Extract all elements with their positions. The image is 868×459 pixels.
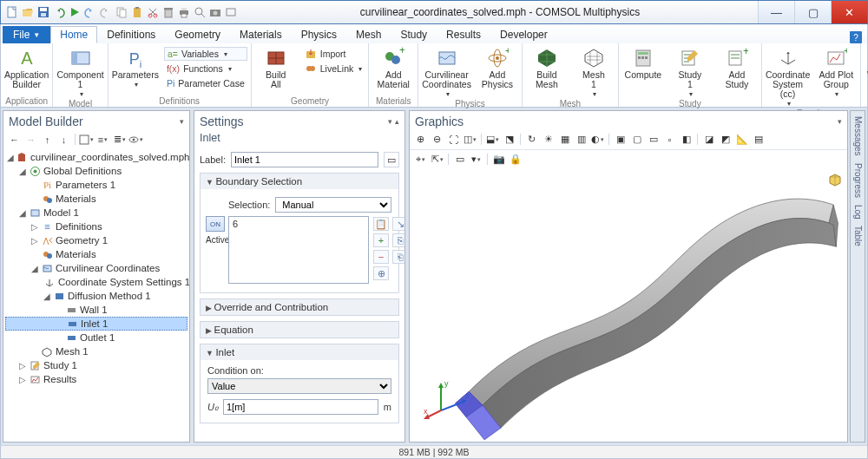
eye-icon[interactable] (128, 132, 143, 147)
close-button[interactable]: ✕ (831, 1, 867, 23)
graphics-canvas[interactable]: y z x (410, 168, 847, 442)
build-mesh-button[interactable]: Build Mesh (526, 45, 568, 89)
view-cube-icon[interactable] (828, 174, 842, 187)
list-icon[interactable]: ≣ (112, 132, 127, 147)
u0-input[interactable] (223, 399, 378, 415)
selection-list[interactable]: 6 📋 + − ⊕ ↘ ⎘ ⎗ (228, 216, 369, 284)
coordinate-system-button[interactable]: Coordinate System (cc) (766, 45, 810, 108)
tab-physics[interactable]: Physics (292, 26, 346, 43)
paste-sel-button[interactable]: 📋 (373, 217, 389, 231)
render-icon[interactable]: ▤ (751, 132, 766, 147)
lock-icon[interactable]: 🔒 (508, 152, 523, 167)
panel-menu-icon[interactable]: ▾ (180, 117, 184, 126)
tree-node-inlet-1[interactable]: Inlet 1 (5, 317, 187, 331)
cut-icon[interactable] (147, 6, 159, 18)
wireframe-icon[interactable]: ▥ (574, 132, 589, 147)
sel-point-icon[interactable]: ▫ (662, 132, 677, 147)
add-sel-button[interactable]: + (373, 233, 389, 247)
override-section[interactable]: Override and Contribution (200, 298, 399, 316)
redo2-icon[interactable] (100, 6, 112, 18)
light-icon[interactable]: ☀ (541, 132, 556, 147)
variables-button[interactable]: a=Variables (164, 47, 247, 61)
tab-study[interactable]: Study (391, 26, 437, 43)
compute-button[interactable]: Compute (622, 45, 664, 80)
study-1-button[interactable]: Study 1 (669, 45, 711, 98)
open-icon[interactable] (22, 6, 34, 18)
go-default-icon[interactable]: ⇱ (430, 152, 444, 167)
save-icon[interactable] (37, 6, 49, 18)
sel-boundary-icon[interactable]: ▢ (629, 132, 644, 147)
camera-icon[interactable] (209, 6, 221, 18)
screenshot-icon[interactable]: 📷 (491, 152, 506, 167)
import-button[interactable]: Import (302, 47, 365, 61)
zoom-box-icon[interactable]: ◫ (463, 132, 477, 147)
file-tab[interactable]: File▼ (3, 26, 50, 43)
add-plot-group-button[interactable]: +Add Plot Group (815, 45, 857, 98)
tab-messages[interactable]: Messages (853, 116, 863, 156)
view-xy-icon[interactable]: ⬓ (485, 132, 500, 147)
model-tree[interactable]: ◢curvilinear_coordinates_solved.mph ◢Glo… (3, 148, 189, 442)
print-icon[interactable] (178, 6, 190, 18)
zoom-sel-button[interactable]: ↘ (392, 217, 404, 231)
windows-button[interactable]: Windows (865, 45, 868, 89)
zoom-out-icon[interactable]: ⊖ (430, 132, 444, 147)
parameter-case-button[interactable]: PiParameter Case (164, 76, 247, 90)
tab-definitions[interactable]: Definitions (97, 26, 165, 43)
build-all-button[interactable]: Build All (255, 45, 297, 89)
run-icon[interactable] (69, 6, 81, 18)
hide-icon[interactable]: ◪ (701, 132, 716, 147)
label-input[interactable] (231, 152, 378, 167)
panel-pin-icon[interactable]: ▾ ▴ (388, 117, 399, 126)
sel-domain-icon[interactable]: ▣ (613, 132, 628, 147)
graphics-menu-icon[interactable]: ▾ (838, 117, 842, 126)
minimize-button[interactable]: — (758, 1, 794, 23)
tab-results[interactable]: Results (437, 26, 490, 43)
zoom-in-icon[interactable]: ⊕ (413, 132, 428, 147)
tab-materials[interactable]: Materials (230, 26, 292, 43)
clip-icon[interactable]: ◐ (590, 132, 605, 147)
more-icon[interactable] (225, 6, 237, 18)
mesh-1-button[interactable]: Mesh 1 (573, 45, 615, 98)
tab-log[interactable]: Log (853, 205, 863, 220)
component-button[interactable]: Component 1 (56, 45, 103, 98)
tab-home[interactable]: Home (50, 26, 97, 43)
condition-dropdown[interactable]: Value (207, 378, 391, 394)
tab-geometry[interactable]: Geometry (165, 26, 230, 43)
copy-icon[interactable] (115, 6, 128, 18)
add-physics-button[interactable]: +Add Physics (477, 45, 518, 89)
maximize-button[interactable]: ▢ (794, 1, 831, 23)
find-icon[interactable] (194, 6, 206, 18)
view-default-icon[interactable]: ⬔ (502, 132, 516, 147)
show-icon[interactable]: ◩ (718, 132, 733, 147)
application-builder-button[interactable]: AApplication Builder (4, 45, 49, 89)
label-tag-icon[interactable]: ▭ (384, 152, 399, 167)
view-list-icon[interactable]: ▾ (469, 152, 483, 167)
functions-button[interactable]: f(x)Functions (164, 62, 247, 75)
help-button[interactable]: ? (850, 31, 862, 43)
selection-dropdown[interactable]: Manual (275, 197, 391, 213)
down-icon[interactable]: ↓ (56, 132, 71, 147)
undo-icon[interactable] (53, 6, 65, 18)
back-icon[interactable]: ← (7, 132, 22, 147)
delete-icon[interactable] (162, 6, 174, 18)
paste-icon[interactable] (131, 6, 143, 18)
remove-sel-button[interactable]: − (373, 250, 389, 264)
tab-developer[interactable]: Developer (490, 26, 557, 43)
expand-icon[interactable] (79, 132, 94, 147)
collapse-icon[interactable]: ≡ (95, 132, 110, 147)
add-material-button[interactable]: +Add Material (372, 45, 414, 89)
livelink-button[interactable]: LiveLink (302, 62, 365, 75)
toggle-sel-button[interactable]: ⊕ (373, 266, 389, 280)
forward-icon[interactable]: → (23, 132, 38, 147)
rect-sel-icon[interactable]: ▭ (452, 152, 467, 167)
curvilinear-coord-button[interactable]: Curvilinear Coordinates (422, 45, 471, 98)
active-toggle[interactable]: ON (206, 216, 225, 232)
measure-icon[interactable]: 📐 (734, 132, 749, 147)
add-study-button[interactable]: +Add Study (716, 45, 758, 89)
copy-sel-button[interactable]: ⎘ (392, 233, 404, 247)
redo-icon[interactable] (84, 6, 96, 18)
up-icon[interactable]: ↑ (40, 132, 55, 147)
transparency-icon[interactable]: ▦ (557, 132, 572, 147)
tab-table[interactable]: Table (853, 226, 863, 246)
tab-mesh[interactable]: Mesh (346, 26, 391, 43)
